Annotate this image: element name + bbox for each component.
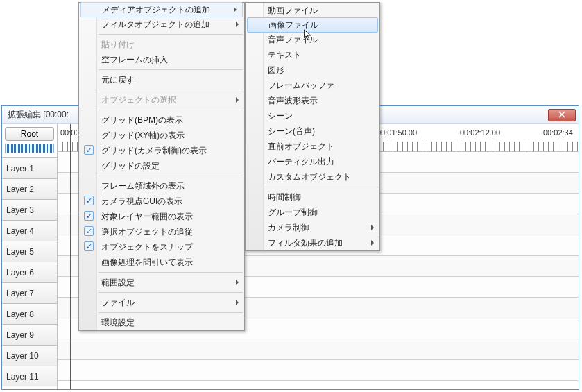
chevron-right-icon [371, 240, 374, 246]
menu-item[interactable]: ファイル [79, 295, 244, 310]
layer-label[interactable]: Layer 11 [2, 366, 57, 386]
menu-item-label: 図形 [268, 65, 284, 76]
chevron-right-icon [236, 22, 239, 27]
menu-item[interactable]: オブジェクトをスナップ✓ [79, 239, 244, 255]
menu-item-label: 画像ファイル [268, 19, 318, 31]
menu-item-label: 貼り付け [101, 39, 135, 51]
menu-item: 貼り付け [79, 37, 244, 52]
menu-item-label: 動画ファイル [268, 5, 318, 17]
layer-label[interactable]: Layer 8 [2, 303, 57, 324]
menu-item[interactable]: カメラ視点GUIの表示✓ [79, 194, 244, 209]
root-button[interactable]: Root [5, 127, 54, 141]
menu-item-label: 時間制御 [268, 191, 301, 203]
menu-item[interactable]: 音声波形表示 [246, 93, 379, 108]
menu-item[interactable]: グリッド(XY軸)の表示 [79, 128, 244, 143]
menu-item[interactable]: カスタムオブジェクト [246, 169, 379, 185]
playhead[interactable] [70, 124, 71, 389]
menu-item[interactable]: 環境設定 [79, 315, 244, 330]
menu-item[interactable]: 音声ファイル [246, 32, 379, 47]
scale-bar[interactable] [5, 144, 54, 153]
window-title: 拡張編集 [00:00: [8, 109, 69, 121]
check-icon: ✓ [84, 241, 94, 251]
menu-item[interactable]: グリッド(BPM)の表示 [79, 112, 244, 128]
layer-panel: Root Layer 1Layer 2Layer 3Layer 4Layer 5… [2, 124, 58, 389]
menu-item[interactable]: グリッド(カメラ制御)の表示✓ [79, 143, 244, 158]
check-icon: ✓ [84, 196, 94, 205]
layer-label[interactable]: Layer 3 [2, 199, 57, 220]
menu-item[interactable]: 画像処理を間引いて表示 [79, 255, 244, 270]
ruler-label: 00:01:50.00 [377, 128, 417, 137]
layer-label[interactable]: Layer 5 [2, 241, 57, 262]
layer-label[interactable]: Layer 10 [2, 345, 57, 366]
layer-label[interactable]: Layer 7 [2, 282, 57, 303]
menu-item[interactable]: フィルタ効果の追加 [246, 235, 379, 250]
menu-item-label: 音声波形表示 [268, 95, 318, 107]
menu-item[interactable]: シーン(音声) [246, 123, 379, 139]
menu-item-label: 対象レイヤー範囲の表示 [101, 211, 193, 223]
menu-item[interactable]: グリッドの設定 [79, 158, 244, 173]
ruler-label: 00:02:34 [543, 128, 573, 137]
menu-item-label: カメラ視点GUIの表示 [101, 196, 182, 207]
menu-item[interactable]: カメラ制御 [246, 220, 379, 235]
layer-label[interactable]: Layer 1 [2, 157, 57, 178]
menu-separator [265, 187, 378, 187]
menu-item[interactable]: 対象レイヤー範囲の表示✓ [79, 209, 244, 224]
menu-separator [99, 176, 243, 176]
context-menu-main[interactable]: メディアオブジェクトの追加フィルタオブジェクトの追加貼り付け空フレームの挿入元に… [78, 2, 245, 331]
menu-item-label: シーン(音声) [268, 126, 315, 137]
menu-item-label: シーン [268, 110, 293, 122]
menu-separator [99, 272, 243, 273]
menu-item-label: 音声ファイル [268, 34, 318, 46]
menu-item[interactable]: フレーム領域外の表示 [79, 178, 244, 194]
ruler-label: 00:02:12.00 [460, 128, 500, 137]
layer-label[interactable]: Layer 2 [2, 178, 57, 199]
menu-item[interactable]: 元に戻す [79, 72, 244, 87]
menu-item-label: ファイル [101, 297, 135, 309]
menu-item[interactable]: テキスト [246, 47, 379, 62]
menu-item-label: オブジェクトの選択 [101, 94, 176, 106]
menu-item[interactable]: 図形 [246, 62, 379, 78]
chevron-right-icon [236, 97, 239, 103]
menu-separator [99, 69, 243, 70]
chevron-right-icon [371, 225, 374, 230]
chevron-right-icon [236, 300, 239, 305]
layer-label[interactable]: Layer 4 [2, 220, 57, 241]
layer-row[interactable] [58, 360, 579, 381]
close-button[interactable] [548, 109, 576, 121]
menu-item-label: 元に戻す [101, 74, 135, 86]
menu-item-label: グループ制御 [268, 207, 318, 219]
menu-item[interactable]: シーン [246, 108, 379, 123]
menu-item[interactable]: 選択オブジェクトの追従✓ [79, 224, 244, 239]
menu-item-label: フィルタオブジェクトの追加 [101, 19, 209, 31]
menu-item[interactable]: 範囲設定 [79, 275, 244, 290]
menu-item-label: 選択オブジェクトの追従 [101, 226, 193, 238]
menu-separator [99, 110, 243, 110]
menu-item-label: グリッド(XY軸)の表示 [101, 130, 185, 142]
menu-item[interactable]: 空フレームの挿入 [79, 52, 244, 67]
menu-item-label: 画像処理を間引いて表示 [101, 257, 193, 269]
layer-label[interactable]: Layer 9 [2, 324, 57, 345]
menu-item-label: グリッドの設定 [101, 160, 160, 172]
layer-label[interactable]: Layer 6 [2, 262, 57, 282]
context-menu-media-object[interactable]: 動画ファイル画像ファイル音声ファイルテキスト図形フレームバッファ音声波形表示シー… [245, 2, 380, 251]
menu-item[interactable]: 時間制御 [246, 189, 379, 205]
menu-item[interactable]: フレームバッファ [246, 78, 379, 93]
menu-item-label: カメラ制御 [268, 222, 309, 234]
menu-item-label: グリッド(カメラ制御)の表示 [101, 145, 207, 157]
layer-row[interactable] [58, 339, 579, 360]
menu-item-label: フレーム領域外の表示 [101, 180, 185, 192]
menu-item[interactable]: 動画ファイル [246, 3, 379, 18]
menu-item[interactable]: 画像ファイル [247, 17, 378, 33]
menu-item-label: 空フレームの挿入 [101, 54, 168, 66]
chevron-right-icon [236, 280, 239, 285]
menu-separator [99, 90, 243, 90]
menu-item: オブジェクトの選択 [79, 92, 244, 108]
menu-separator [99, 312, 243, 313]
menu-item[interactable]: フィルタオブジェクトの追加 [79, 17, 244, 32]
menu-item[interactable]: パーティクル出力 [246, 154, 379, 169]
menu-item-label: オブジェクトをスナップ [101, 241, 193, 253]
menu-item-label: テキスト [268, 49, 301, 61]
menu-item[interactable]: メディアオブジェクトの追加 [80, 2, 243, 17]
menu-item[interactable]: 直前オブジェクト [246, 139, 379, 154]
menu-item[interactable]: グループ制御 [246, 205, 379, 220]
